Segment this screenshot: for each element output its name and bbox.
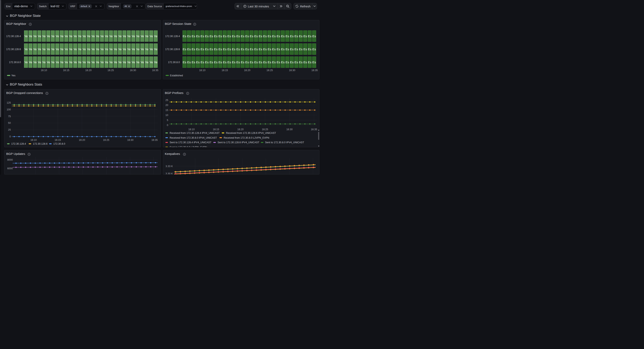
svg-text:16:20: 16:20 xyxy=(238,128,244,131)
svg-text:16:35: 16:35 xyxy=(152,69,158,72)
svg-text:Ye: Ye xyxy=(56,60,59,64)
svg-text:Ye: Ye xyxy=(100,34,104,38)
svg-text:Es: Es xyxy=(245,47,249,51)
svg-text:16:30: 16:30 xyxy=(130,69,136,72)
svg-text:Es: Es xyxy=(250,47,254,51)
svg-text:Es: Es xyxy=(299,60,302,64)
svg-text:172.30.128.6: 172.30.128.6 xyxy=(6,48,21,51)
svg-text:Sent to 172.30.8.0 IPV4_UNICAS: Sent to 172.30.8.0 IPV4_UNICAST xyxy=(265,141,304,144)
svg-text:Ye: Ye xyxy=(91,60,95,64)
svg-text:Es: Es xyxy=(268,47,271,51)
svg-text:Ye: Ye xyxy=(56,47,59,51)
svg-text:Ye: Ye xyxy=(132,34,135,38)
svg-text:Es: Es xyxy=(183,47,186,51)
svg-text:Ye: Ye xyxy=(154,47,158,51)
svg-text:Ye: Ye xyxy=(114,60,117,64)
svg-text:0: 0 xyxy=(167,124,168,127)
svg-text:172.30.128.4: 172.30.128.4 xyxy=(6,35,21,38)
svg-text:Es: Es xyxy=(294,34,298,38)
svg-text:Es: Es xyxy=(303,47,307,51)
svg-text:Ye: Ye xyxy=(127,60,131,64)
svg-text:Yes: Yes xyxy=(12,74,16,77)
svg-text:Ye: Ye xyxy=(118,47,122,51)
svg-text:Es: Es xyxy=(299,34,302,38)
svg-text:Es: Es xyxy=(218,60,222,64)
svg-text:3.33 K: 3.33 K xyxy=(166,165,173,168)
svg-text:Es: Es xyxy=(312,34,316,38)
svg-text:Es: Es xyxy=(303,60,307,64)
svg-text:125: 125 xyxy=(6,101,11,104)
svg-text:16:25: 16:25 xyxy=(266,69,273,72)
svg-text:Es: Es xyxy=(276,47,280,51)
svg-text:16:20: 16:20 xyxy=(85,69,92,72)
svg-text:Ye: Ye xyxy=(69,34,72,38)
svg-text:Ye: Ye xyxy=(109,47,113,51)
svg-text:Ye: Ye xyxy=(136,47,140,51)
svg-text:Ye: Ye xyxy=(149,34,153,38)
svg-text:16:10: 16:10 xyxy=(199,69,205,72)
svg-text:Ye: Ye xyxy=(118,60,122,64)
svg-text:Ye: Ye xyxy=(60,60,64,64)
svg-text:16:30: 16:30 xyxy=(127,139,133,141)
svg-text:Ye: Ye xyxy=(24,47,28,51)
svg-text:Ye: Ye xyxy=(145,47,148,51)
svg-text:Es: Es xyxy=(210,47,213,51)
svg-text:Es: Es xyxy=(236,47,240,51)
svg-text:Es: Es xyxy=(272,60,276,64)
svg-text:Sent to 172.30.8.0 L2VPN_EVPN: Sent to 172.30.8.0 L2VPN_EVPN xyxy=(170,146,207,147)
svg-text:Ye: Ye xyxy=(78,47,82,51)
svg-text:Ye: Ye xyxy=(105,47,108,51)
svg-text:Ye: Ye xyxy=(145,34,148,38)
svg-text:Es: Es xyxy=(308,34,312,38)
svg-text:Ye: Ye xyxy=(64,34,68,38)
svg-text:Ye: Ye xyxy=(29,47,32,51)
svg-text:16:25: 16:25 xyxy=(103,139,109,141)
svg-text:Es: Es xyxy=(303,34,307,38)
svg-text:Received from 172.30.128.4 IPV: Received from 172.30.128.4 IPV4_UNICAST xyxy=(170,132,220,134)
svg-text:Ye: Ye xyxy=(64,47,68,51)
svg-text:Es: Es xyxy=(200,34,204,38)
svg-text:Received from 172.30.8.0 IPV4_: Received from 172.30.8.0 IPV4_UNICAST xyxy=(170,136,217,139)
svg-text:Ye: Ye xyxy=(132,47,135,51)
svg-text:Ye: Ye xyxy=(38,47,41,51)
svg-text:Ye: Ye xyxy=(64,60,68,64)
svg-text:Ye: Ye xyxy=(38,60,41,64)
svg-text:16:35: 16:35 xyxy=(152,139,158,141)
svg-text:25: 25 xyxy=(8,128,11,131)
svg-text:Es: Es xyxy=(196,34,200,38)
svg-text:Es: Es xyxy=(308,47,312,51)
svg-text:20: 20 xyxy=(166,104,168,107)
svg-text:Ye: Ye xyxy=(60,47,64,51)
svg-text:Es: Es xyxy=(196,47,200,51)
svg-text:Es: Es xyxy=(227,60,231,64)
svg-text:Ye: Ye xyxy=(74,34,77,38)
svg-text:16:15: 16:15 xyxy=(63,69,69,72)
svg-text:Ye: Ye xyxy=(154,34,158,38)
svg-text:172.30.128.6: 172.30.128.6 xyxy=(33,142,48,145)
svg-text:172.30.128.4: 172.30.128.4 xyxy=(165,35,180,38)
svg-text:Ye: Ye xyxy=(33,47,37,51)
svg-text:Ye: Ye xyxy=(136,60,140,64)
svg-text:Es: Es xyxy=(259,34,262,38)
svg-text:Established: Established xyxy=(170,74,183,77)
svg-text:Es: Es xyxy=(254,34,258,38)
svg-text:Es: Es xyxy=(236,60,240,64)
svg-text:172.30.8.0: 172.30.8.0 xyxy=(53,142,65,145)
svg-text:16:10: 16:10 xyxy=(188,128,194,131)
svg-text:Ye: Ye xyxy=(74,60,77,64)
svg-text:Ye: Ye xyxy=(38,34,41,38)
svg-text:Ye: Ye xyxy=(51,47,55,51)
svg-text:Ye: Ye xyxy=(46,47,50,51)
svg-text:Ye: Ye xyxy=(109,60,113,64)
svg-text:Es: Es xyxy=(281,47,285,51)
svg-text:Es: Es xyxy=(250,60,254,64)
svg-text:8000: 8000 xyxy=(7,158,13,161)
svg-text:Es: Es xyxy=(187,47,191,51)
svg-text:Ye: Ye xyxy=(140,60,144,64)
svg-text:Ye: Ye xyxy=(114,47,117,51)
svg-text:Es: Es xyxy=(205,47,209,51)
svg-text:Ye: Ye xyxy=(24,60,28,64)
svg-text:Ye: Ye xyxy=(87,60,90,64)
svg-text:Es: Es xyxy=(276,34,280,38)
svg-text:Es: Es xyxy=(276,60,280,64)
